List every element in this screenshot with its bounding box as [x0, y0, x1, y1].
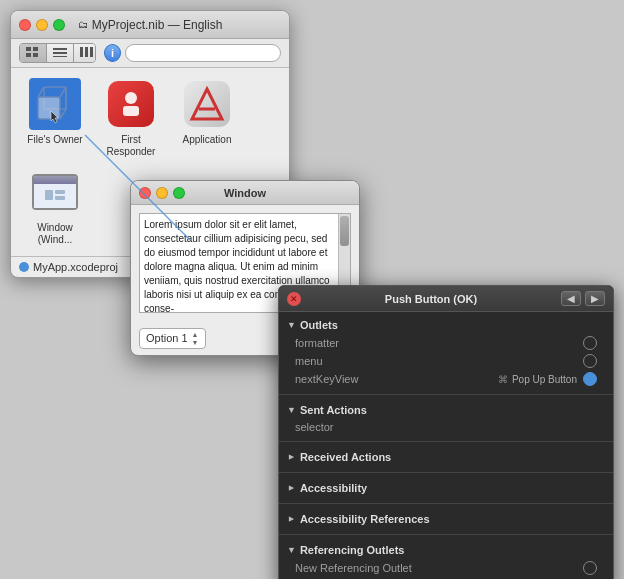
nextkeyview-value: ⌘ Pop Up Button — [498, 374, 577, 385]
nib-item-window[interactable]: Window (Wind... — [21, 166, 89, 246]
svg-rect-11 — [38, 97, 60, 119]
svg-line-14 — [60, 109, 66, 119]
inspector-panel: ✕ Push Button (OK) ◀ ▶ ▼ Outlets formatt… — [278, 285, 614, 579]
dialog-max-btn[interactable] — [173, 187, 185, 199]
first-responder-icon-container — [105, 78, 157, 130]
svg-rect-9 — [90, 47, 93, 57]
accessibility-header[interactable]: ▼ Accessibility — [279, 479, 613, 497]
dialog-min-btn[interactable] — [156, 187, 168, 199]
nib-toolbar: i — [11, 39, 289, 68]
received-actions-header[interactable]: ▼ Received Actions — [279, 448, 613, 466]
nextkeyview-circle[interactable] — [583, 372, 597, 386]
inspector-close-btn[interactable]: ✕ — [287, 292, 301, 306]
sent-actions-label: Sent Actions — [300, 404, 367, 416]
outlets-section: ▼ Outlets formatter menu nextKeyView ⌘ P… — [279, 312, 613, 392]
first-responder-icon — [108, 81, 154, 127]
svg-point-16 — [125, 92, 137, 104]
select-arrows-icon: ▲ ▼ — [192, 331, 199, 346]
nib-item-files-owner[interactable]: File's Owner — [21, 78, 89, 158]
view-toggle-group — [19, 43, 96, 63]
svg-rect-20 — [45, 190, 53, 200]
received-actions-section: ▼ Received Actions — [279, 444, 613, 470]
cmd-icon: ⌘ — [498, 374, 508, 385]
option-select-value: Option 1 — [146, 332, 188, 344]
inspector-title: Push Button (OK) — [301, 293, 561, 305]
referencing-outlets-triangle-icon: ▼ — [287, 545, 296, 555]
received-actions-triangle-icon: ▼ — [286, 453, 296, 462]
application-icon-container — [181, 78, 233, 130]
outlets-header[interactable]: ▼ Outlets — [279, 316, 613, 334]
new-referencing-outlet-circle[interactable] — [583, 561, 597, 575]
svg-line-13 — [60, 87, 66, 97]
new-referencing-outlet-row: New Referencing Outlet — [279, 559, 613, 577]
maximize-button[interactable] — [53, 19, 65, 31]
nib-item-application[interactable]: Application — [173, 78, 241, 158]
next-arrow-btn[interactable]: ▶ — [585, 291, 605, 306]
info-button[interactable]: i — [104, 44, 121, 62]
close-button[interactable] — [19, 19, 31, 31]
divider-5 — [279, 534, 613, 535]
accessibility-section: ▼ Accessibility — [279, 475, 613, 501]
window-label: Window (Wind... — [21, 222, 89, 246]
outlets-menu-row: menu — [279, 352, 613, 370]
status-icon — [19, 262, 29, 272]
dialog-titlebar: Window — [131, 181, 359, 205]
inspector-nav-arrows: ◀ ▶ — [561, 291, 605, 306]
divider-4 — [279, 503, 613, 504]
outlets-nextkeyview-row: nextKeyView ⌘ Pop Up Button — [279, 370, 613, 388]
divider-2 — [279, 441, 613, 442]
search-input[interactable] — [125, 44, 281, 62]
list-view-btn[interactable] — [47, 44, 74, 62]
selector-label: selector — [295, 421, 597, 433]
svg-marker-18 — [192, 89, 222, 119]
sent-actions-triangle-icon: ▼ — [287, 405, 296, 415]
svg-rect-5 — [53, 52, 67, 54]
svg-rect-3 — [33, 53, 38, 57]
menu-circle[interactable] — [583, 354, 597, 368]
formatter-label: formatter — [295, 337, 583, 349]
minimize-button[interactable] — [36, 19, 48, 31]
sent-actions-section: ▼ Sent Actions selector — [279, 397, 613, 439]
nib-window-title: 🗂 MyProject.nib — English — [78, 18, 223, 32]
inspector-titlebar: ✕ Push Button (OK) ◀ ▶ — [279, 286, 613, 312]
application-icon — [184, 81, 230, 127]
received-actions-label: Received Actions — [300, 451, 391, 463]
svg-rect-17 — [123, 106, 139, 116]
accessibility-refs-triangle-icon: ▼ — [286, 515, 296, 524]
dialog-close-btn[interactable] — [139, 187, 151, 199]
window-thumb-icon — [32, 174, 78, 210]
svg-rect-8 — [85, 47, 88, 57]
accessibility-refs-header[interactable]: ▼ Accessibility References — [279, 510, 613, 528]
divider-3 — [279, 472, 613, 473]
nib-titlebar: 🗂 MyProject.nib — English — [11, 11, 289, 39]
first-responder-label: First Responder — [97, 134, 165, 158]
accessibility-refs-section: ▼ Accessibility References — [279, 506, 613, 532]
files-owner-label: File's Owner — [27, 134, 82, 146]
scrollbar-thumb — [340, 216, 349, 246]
referencing-outlets-section: ▼ Referencing Outlets New Referencing Ou… — [279, 537, 613, 579]
sent-actions-header[interactable]: ▼ Sent Actions — [279, 401, 613, 419]
option-select[interactable]: Option 1 ▲ ▼ — [139, 328, 206, 349]
status-text: MyApp.xcodeproj — [33, 261, 118, 273]
accessibility-refs-label: Accessibility References — [300, 513, 430, 525]
nextkeyview-label: nextKeyView — [295, 373, 498, 385]
column-view-btn[interactable] — [74, 44, 96, 62]
svg-rect-6 — [53, 56, 67, 57]
referencing-outlets-header[interactable]: ▼ Referencing Outlets — [279, 541, 613, 559]
divider-1 — [279, 394, 613, 395]
svg-rect-1 — [33, 47, 38, 51]
grid-view-btn[interactable] — [20, 44, 47, 62]
outlets-formatter-row: formatter — [279, 334, 613, 352]
menu-label: menu — [295, 355, 583, 367]
prev-arrow-btn[interactable]: ◀ — [561, 291, 581, 306]
application-label: Application — [183, 134, 232, 146]
dialog-traffic-lights — [139, 187, 185, 199]
nib-item-first-responder[interactable]: First Responder — [97, 78, 165, 158]
referencing-outlets-label: Referencing Outlets — [300, 544, 405, 556]
window-thumb-icon-container — [29, 166, 81, 218]
outlets-triangle-icon: ▼ — [287, 320, 296, 330]
formatter-circle[interactable] — [583, 336, 597, 350]
accessibility-triangle-icon: ▼ — [286, 484, 296, 493]
selector-row: selector — [279, 419, 613, 435]
traffic-lights — [19, 19, 65, 31]
